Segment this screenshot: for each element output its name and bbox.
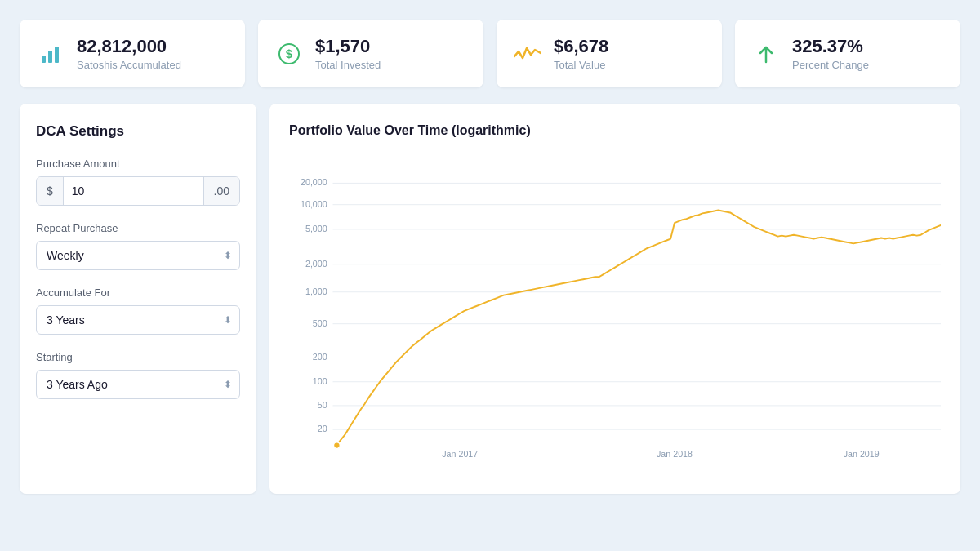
percent-label: Percent Change xyxy=(792,59,869,71)
purchase-amount-label: Purchase Amount xyxy=(36,158,240,170)
svg-text:100: 100 xyxy=(313,376,327,386)
invested-value: $1,570 xyxy=(315,36,381,57)
svg-text:Jan 2018: Jan 2018 xyxy=(657,450,693,460)
stat-cards: 82,812,000 Satoshis Accumulated $ $1,570… xyxy=(20,20,960,87)
svg-rect-0 xyxy=(42,56,46,63)
satoshis-label: Satoshis Accumulated xyxy=(77,59,181,71)
svg-text:200: 200 xyxy=(313,353,327,362)
svg-point-29 xyxy=(333,442,340,449)
dollar-prefix: $ xyxy=(37,177,64,205)
stat-card-satoshis: 82,812,000 Satoshis Accumulated xyxy=(20,20,245,87)
total-value-value: $6,678 xyxy=(554,36,608,57)
stat-card-invested: $ $1,570 Total Invested xyxy=(258,20,483,87)
settings-title: DCA Settings xyxy=(36,123,240,140)
starting-label: Starting xyxy=(36,351,240,363)
accumulate-select-wrapper: 3 Years 1 Year 5 Years 10 Years ⬍ xyxy=(36,305,240,335)
stat-content-value: $6,678 Total Value xyxy=(554,36,608,71)
main-layout: DCA Settings Purchase Amount $ .00 Repea… xyxy=(20,104,960,494)
accumulate-group: Accumulate For 3 Years 1 Year 5 Years 10… xyxy=(36,287,240,335)
stat-card-percent: 325.37% Percent Change xyxy=(735,20,960,87)
cents-suffix: .00 xyxy=(203,177,239,205)
stat-content-satoshis: 82,812,000 Satoshis Accumulated xyxy=(77,36,181,71)
accumulate-label: Accumulate For xyxy=(36,287,240,299)
svg-text:20: 20 xyxy=(318,424,327,433)
invested-label: Total Invested xyxy=(315,59,381,71)
svg-text:20,000: 20,000 xyxy=(301,178,327,188)
svg-text:$: $ xyxy=(286,47,293,60)
svg-text:50: 50 xyxy=(318,400,327,410)
svg-text:1,000: 1,000 xyxy=(305,287,327,296)
svg-rect-1 xyxy=(48,51,52,63)
purchase-amount-group: Purchase Amount $ .00 xyxy=(36,158,240,206)
stat-card-value: $6,678 Total Value xyxy=(497,20,722,87)
chart-svg: 20,000 10,000 5,000 2,000 1,000 500 200 … xyxy=(289,151,941,478)
bars-icon xyxy=(36,42,65,65)
chart-title: Portfolio Value Over Time (logarithmic) xyxy=(289,123,941,138)
purchase-amount-input-wrapper: $ .00 xyxy=(36,176,240,206)
svg-text:Jan 2019: Jan 2019 xyxy=(844,450,880,460)
stat-content-percent: 325.37% Percent Change xyxy=(792,36,869,71)
purchase-amount-input[interactable] xyxy=(64,177,203,205)
starting-select-wrapper: 3 Years Ago 1 Year Ago 5 Years Ago ⬍ xyxy=(36,370,240,399)
stat-content-invested: $1,570 Total Invested xyxy=(315,36,381,71)
starting-select[interactable]: 3 Years Ago 1 Year Ago 5 Years Ago xyxy=(36,370,240,399)
wave-icon xyxy=(513,45,542,63)
repeat-label: Repeat Purchase xyxy=(36,222,240,234)
accumulate-select[interactable]: 3 Years 1 Year 5 Years 10 Years xyxy=(36,305,240,335)
svg-text:2,000: 2,000 xyxy=(305,259,327,269)
settings-panel: DCA Settings Purchase Amount $ .00 Repea… xyxy=(20,104,256,494)
repeat-purchase-group: Repeat Purchase Weekly Daily Monthly ⬍ xyxy=(36,222,240,270)
starting-group: Starting 3 Years Ago 1 Year Ago 5 Years … xyxy=(36,351,240,399)
percent-value: 325.37% xyxy=(792,36,869,57)
svg-text:500: 500 xyxy=(313,318,327,328)
svg-rect-2 xyxy=(55,47,59,63)
chart-panel: Portfolio Value Over Time (logarithmic) … xyxy=(270,104,960,494)
svg-text:10,000: 10,000 xyxy=(301,199,327,209)
total-value-label: Total Value xyxy=(554,59,608,71)
svg-text:Jan 2017: Jan 2017 xyxy=(442,450,478,460)
svg-text:5,000: 5,000 xyxy=(305,224,327,233)
repeat-select[interactable]: Weekly Daily Monthly xyxy=(36,241,240,270)
dollar-icon: $ xyxy=(274,42,304,65)
chart-container: 20,000 10,000 5,000 2,000 1,000 500 200 … xyxy=(289,151,941,478)
arrow-up-icon xyxy=(751,42,781,65)
repeat-select-wrapper: Weekly Daily Monthly ⬍ xyxy=(36,241,240,270)
satoshis-value: 82,812,000 xyxy=(77,36,181,57)
